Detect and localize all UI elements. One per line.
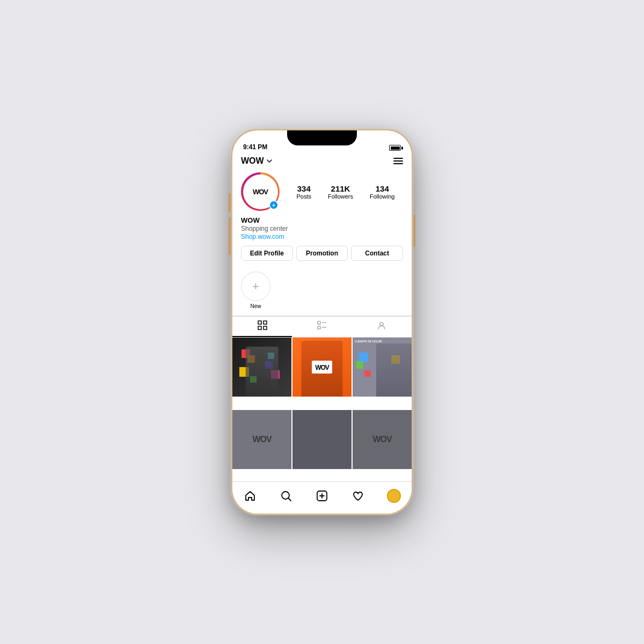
profile-name: WOW [241,216,403,224]
heart-icon [352,490,364,502]
vov-logo-6: WOV [372,435,391,444]
grid-cell-6[interactable]: WOV [353,410,412,469]
status-icons [389,145,401,151]
app-header: WOW [232,154,412,170]
phone-shell: 9:41 PM WOW [231,129,413,515]
plus-icon: + [252,281,259,292]
search-icon [280,490,292,502]
nav-heart[interactable] [346,484,370,508]
grid-cell-1[interactable] [232,338,291,397]
avatar-wrap: WOV + [241,172,280,211]
content-tabs [232,316,412,338]
chevron-down-icon [266,158,273,164]
action-buttons: Edit Profile Promotion Contact [241,246,403,261]
nav-profile[interactable] [382,484,406,508]
grid-cell-4[interactable]: WOV [232,410,291,469]
tab-list[interactable] [292,317,352,337]
svg-rect-4 [318,321,320,324]
notch [287,130,357,145]
edit-profile-button[interactable]: Edit Profile [241,246,293,261]
grid-cell-2[interactable]: WOV [292,338,352,397]
stat-followers[interactable]: 211K Followers [328,184,353,200]
username-row[interactable]: WOW [241,156,273,166]
followers-count: 211K [331,184,350,193]
status-time: 9:41 PM [243,143,267,151]
profile-top: WOV + 334 Posts 211K Followers [241,172,403,211]
grid-icon [258,320,267,332]
svg-point-8 [380,323,383,326]
nav-add[interactable] [310,484,334,508]
phone-screen: 9:41 PM WOW [232,130,412,514]
tab-tagged[interactable] [352,317,412,337]
svg-rect-2 [258,326,261,330]
followers-label: Followers [328,193,353,200]
tagged-icon [377,320,386,332]
following-count: 134 [376,184,389,193]
new-story-label: New [250,303,261,309]
home-icon [244,490,256,502]
grid-cell-3[interactable]: LLÉNATE DE COLOR [353,338,412,397]
battery-icon [389,145,401,151]
posts-count: 334 [297,184,311,193]
svg-line-10 [289,498,291,501]
stat-posts[interactable]: 334 Posts [296,184,311,200]
tab-grid[interactable] [232,317,292,337]
following-label: Following [370,193,394,200]
list-icon [317,320,327,332]
posts-label: Posts [296,193,311,200]
vov-logo-4: WOV [252,435,271,444]
profile-avatar-icon [387,489,401,503]
battery-fill [391,147,400,150]
grid-cell-5[interactable] [292,410,352,469]
svg-rect-3 [264,326,267,330]
contact-button[interactable]: Contact [351,246,403,261]
profile-section: WOV + 334 Posts 211K Followers [232,170,412,267]
svg-rect-1 [264,321,267,324]
nav-home[interactable] [238,484,262,508]
new-story-circle[interactable]: + [241,272,270,301]
bottom-nav [232,481,412,514]
photo-grid: WOV LLÉNATE DE COLOR [232,338,412,481]
profile-bio: Shopping center [241,225,403,232]
svg-rect-6 [318,326,320,329]
new-story-item[interactable]: + New [241,272,270,309]
add-icon [316,490,328,502]
nav-search[interactable] [274,484,298,508]
hamburger-menu-icon[interactable] [393,158,403,164]
stats-row: 334 Posts 211K Followers 134 Following [288,184,403,200]
svg-rect-0 [258,321,261,324]
add-story-badge[interactable]: + [269,200,279,210]
username-label: WOW [241,156,264,166]
stat-following[interactable]: 134 Following [370,184,394,200]
avatar-logo: WOV [253,188,268,196]
promotion-button[interactable]: Promotion [296,246,348,261]
profile-link[interactable]: Shop.wow.com [241,233,403,240]
stories-row: + New [232,267,412,316]
